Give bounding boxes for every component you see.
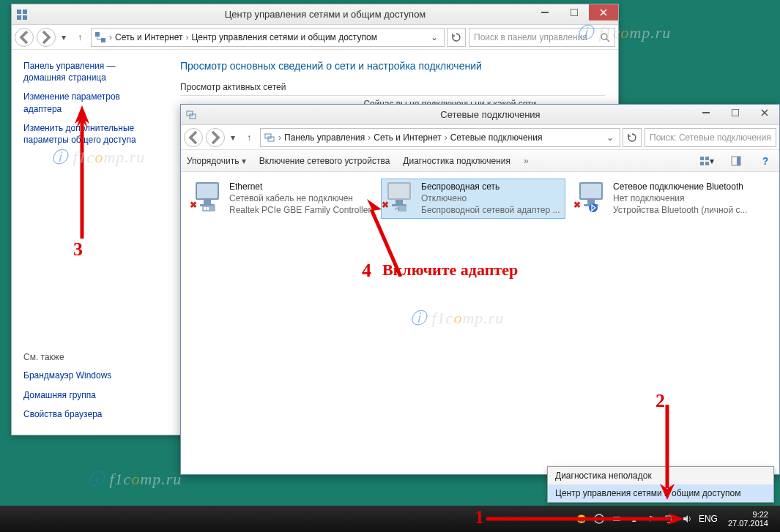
connection-item[interactable]: ✖Беспроводная сетьОтключеноБеспроводной … bbox=[382, 179, 565, 218]
history-dropdown[interactable]: ▾ bbox=[228, 130, 238, 146]
connection-name: Ethernet bbox=[229, 181, 371, 192]
organize-menu[interactable]: Упорядочить bbox=[187, 156, 246, 166]
forward-button[interactable] bbox=[206, 128, 225, 147]
enable-device-button[interactable]: Включение сетевого устройства bbox=[259, 156, 390, 166]
menu-item-network-center[interactable]: Центр управления сетями и общим доступом bbox=[548, 484, 773, 502]
sidebar-link-firewall[interactable]: Брандмауэр Windows bbox=[23, 370, 158, 381]
clock-date: 27.07.2014 bbox=[728, 519, 768, 528]
search-input[interactable]: Поиск: Сетевые подключения bbox=[645, 128, 776, 147]
back-button[interactable] bbox=[15, 28, 34, 47]
sidebar-link-advanced-sharing[interactable]: Изменить дополнительные параметры общего… bbox=[23, 122, 158, 146]
watermark: ⓘ f1comp.ru bbox=[88, 468, 182, 490]
network-icon bbox=[264, 132, 275, 143]
tray-chevron-up-icon[interactable]: ▴ bbox=[628, 513, 640, 525]
svg-rect-24 bbox=[398, 206, 406, 211]
breadcrumb-dropdown[interactable]: ⌄ bbox=[428, 32, 441, 42]
svg-rect-0 bbox=[17, 10, 21, 14]
help-button[interactable]: ? bbox=[757, 153, 773, 169]
up-button[interactable]: ↑ bbox=[241, 130, 257, 146]
history-dropdown[interactable]: ▾ bbox=[59, 29, 69, 45]
see-also-title: См. также bbox=[23, 352, 158, 362]
title-bar: Центр управления сетями и общим доступом bbox=[12, 4, 618, 25]
rename-button[interactable]: » bbox=[524, 156, 529, 166]
svg-rect-4 bbox=[541, 12, 549, 13]
taskbar: 😀 ▴ ⚑ ENG 9:22 27.07.2014 bbox=[0, 506, 780, 532]
connection-item[interactable]: ✖Сетевое подключение BluetoothНет подклю… bbox=[573, 179, 757, 218]
clock[interactable]: 9:22 27.07.2014 bbox=[724, 510, 773, 528]
sidebar-link-browser-props[interactable]: Свойства браузера bbox=[23, 408, 158, 420]
connection-device: Realtek PCIe GBE Family Controller bbox=[229, 204, 371, 216]
breadcrumb-item[interactable]: Сетевые подключения bbox=[450, 132, 543, 143]
connections-area: ✖EthernetСетевой кабель не подключенReal… bbox=[181, 172, 779, 225]
clock-time: 9:22 bbox=[728, 510, 768, 519]
svg-rect-2 bbox=[17, 15, 21, 20]
preview-pane-button[interactable] bbox=[728, 153, 744, 169]
sidebar-link-home[interactable]: Панель управления — домашняя страница bbox=[23, 60, 158, 83]
chevron-right-icon: › bbox=[366, 132, 372, 143]
volume-icon[interactable] bbox=[681, 513, 693, 525]
chevron-right-icon: › bbox=[443, 132, 449, 143]
svg-rect-1 bbox=[23, 10, 27, 14]
up-button[interactable]: ↑ bbox=[72, 29, 88, 45]
back-button[interactable] bbox=[184, 128, 203, 147]
maximize-button[interactable] bbox=[560, 4, 589, 20]
breadcrumb-item[interactable]: Сеть и Интернет bbox=[115, 32, 182, 42]
breadcrumb[interactable]: › Сеть и Интернет › Центр управления сет… bbox=[91, 28, 445, 47]
window-icon bbox=[16, 9, 28, 20]
connection-status: Отключено bbox=[421, 192, 560, 204]
svg-rect-15 bbox=[700, 157, 704, 160]
minimize-button[interactable] bbox=[530, 4, 560, 20]
close-button[interactable] bbox=[589, 4, 618, 20]
svg-point-26 bbox=[595, 514, 603, 523]
connection-text: EthernetСетевой кабель не подключенRealt… bbox=[229, 181, 371, 217]
close-button[interactable] bbox=[750, 105, 779, 121]
svg-rect-18 bbox=[705, 162, 709, 165]
active-networks-label: Просмотр активных сетей bbox=[180, 82, 605, 92]
error-x-icon: ✖ bbox=[573, 200, 585, 211]
search-input[interactable]: Поиск в панели управления bbox=[469, 28, 615, 47]
breadcrumb-dropdown[interactable]: ⌄ bbox=[603, 132, 617, 143]
address-bar: ▾ ↑ › Сеть и Интернет › Центр управления… bbox=[12, 25, 618, 50]
view-icons-button[interactable]: ▾ bbox=[699, 153, 715, 169]
connection-text: Сетевое подключение BluetoothНет подключ… bbox=[613, 181, 747, 217]
connection-name: Сетевое подключение Bluetooth bbox=[613, 181, 747, 192]
breadcrumb-item[interactable]: Центр управления сетями и общим доступом bbox=[191, 32, 377, 42]
menu-item-diagnose[interactable]: Диагностика неполадок bbox=[548, 467, 773, 484]
page-heading: Просмотр основных сведений о сети и наст… bbox=[180, 60, 605, 72]
breadcrumb-item[interactable]: Панель управления bbox=[284, 132, 365, 143]
svg-rect-22 bbox=[204, 207, 206, 210]
adapter-icon: ✖ bbox=[191, 181, 223, 210]
tray-icon[interactable]: 😀 bbox=[576, 513, 587, 525]
see-also-section: См. также Брандмауэр Windows Домашняя гр… bbox=[23, 352, 158, 427]
action-center-icon[interactable]: ⚑ bbox=[646, 513, 658, 525]
tray-icon[interactable] bbox=[611, 513, 623, 525]
diagnose-button[interactable]: Диагностика подключения bbox=[403, 156, 510, 166]
search-icon bbox=[600, 32, 610, 42]
sidebar-link-adapter-settings[interactable]: Изменение параметров адаптера bbox=[23, 91, 158, 114]
maximize-button[interactable] bbox=[721, 105, 750, 121]
sub-device-icon bbox=[585, 203, 601, 213]
window-icon bbox=[185, 109, 197, 121]
error-x-icon: ✖ bbox=[382, 200, 393, 211]
adapter-icon: ✖ bbox=[383, 181, 415, 210]
forward-button[interactable] bbox=[37, 28, 56, 47]
connection-item[interactable]: ✖EthernetСетевой кабель не подключенReal… bbox=[190, 179, 373, 218]
language-indicator[interactable]: ENG bbox=[699, 514, 718, 524]
sidebar-link-homegroup[interactable]: Домашняя группа bbox=[23, 389, 158, 401]
svg-rect-3 bbox=[23, 15, 27, 20]
refresh-button[interactable] bbox=[447, 28, 466, 47]
network-icon bbox=[94, 31, 106, 43]
svg-rect-20 bbox=[737, 157, 740, 165]
svg-rect-23 bbox=[207, 207, 209, 210]
adapter-icon: ✖ bbox=[575, 181, 607, 210]
chevron-right-icon: › bbox=[108, 32, 114, 42]
refresh-button[interactable] bbox=[623, 128, 642, 147]
svg-rect-6 bbox=[95, 32, 100, 37]
network-tray-icon[interactable] bbox=[664, 513, 675, 525]
breadcrumb-item[interactable]: Сеть и Интернет bbox=[374, 132, 441, 143]
connection-device: Устройства Bluetooth (личной с... bbox=[613, 204, 747, 216]
breadcrumb[interactable]: › Панель управления › Сеть и Интернет › … bbox=[260, 128, 620, 147]
minimize-button[interactable] bbox=[691, 105, 721, 121]
search-placeholder: Поиск в панели управления bbox=[474, 32, 587, 42]
tray-icon[interactable] bbox=[593, 513, 605, 525]
